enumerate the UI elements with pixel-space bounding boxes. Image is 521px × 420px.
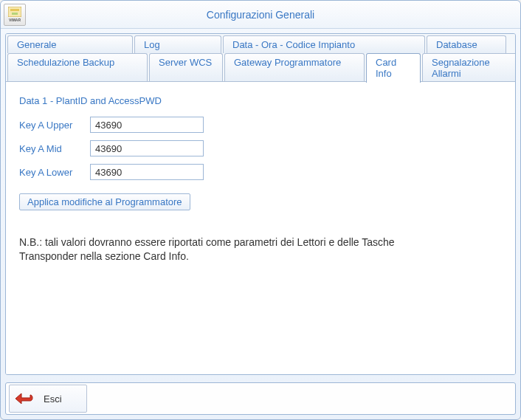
back-arrow-icon (14, 390, 36, 407)
vimar-logo: VIMAR (4, 4, 26, 26)
titlebar: VIMAR Configurazioni Generali (1, 1, 520, 29)
input-key-a-lower[interactable] (90, 164, 204, 180)
section-title: Data 1 - PlantID and AccessPWD (19, 95, 502, 106)
input-key-a-mid[interactable] (90, 140, 204, 156)
logo-icon (8, 7, 21, 17)
tab-generale[interactable]: Generale (7, 35, 133, 54)
tab-data-ora[interactable]: Data - Ora - Codice Impianto (223, 35, 425, 54)
label-key-a-lower: Key A Lower (19, 167, 90, 178)
tab-panel: Generale Log Data - Ora - Codice Impiant… (5, 33, 516, 375)
tab-gateway-programmatore[interactable]: Gateway Programmatore (224, 53, 365, 83)
tab-log[interactable]: Log (134, 35, 221, 54)
tab-segnalazione-allarmi[interactable]: Segnalazione Allarmi (422, 53, 516, 83)
tab-card-info[interactable]: Card Info (366, 53, 421, 83)
card-info-page: Data 1 - PlantID and AccessPWD Key A Upp… (6, 82, 515, 374)
tab-database[interactable]: Database (427, 35, 506, 54)
tab-server-wcs[interactable]: Server WCS (149, 53, 223, 83)
content-area: Generale Log Data - Ora - Codice Impiant… (1, 29, 520, 379)
tab-row-1: Generale Log Data - Ora - Codice Impiant… (6, 34, 515, 53)
window-title: Configurazioni Generali (207, 9, 314, 21)
footer: Esci (1, 379, 520, 419)
tab-row-2: Schedulazione Backup Server WCS Gateway … (6, 53, 515, 82)
field-key-a-upper: Key A Upper (19, 117, 502, 133)
svg-rect-2 (12, 13, 18, 15)
exit-button-label: Esci (44, 393, 62, 404)
svg-rect-0 (8, 7, 21, 17)
tab-schedulazione-backup[interactable]: Schedulazione Backup (7, 53, 148, 83)
field-key-a-lower: Key A Lower (19, 164, 502, 180)
apply-programmer-button[interactable]: Applica modifiche al Programmatore (19, 193, 190, 210)
svg-rect-1 (10, 9, 19, 11)
footer-inner: Esci (5, 382, 516, 415)
note-text: N.B.: tali valori dovranno essere riport… (19, 235, 432, 264)
input-key-a-upper[interactable] (90, 117, 204, 133)
config-window: VIMAR Configurazioni Generali Generale L… (0, 0, 521, 420)
field-key-a-mid: Key A Mid (19, 140, 502, 156)
logo-text: VIMAR (9, 18, 21, 22)
exit-button[interactable]: Esci (9, 385, 87, 413)
label-key-a-upper: Key A Upper (19, 120, 90, 131)
label-key-a-mid: Key A Mid (19, 143, 90, 154)
